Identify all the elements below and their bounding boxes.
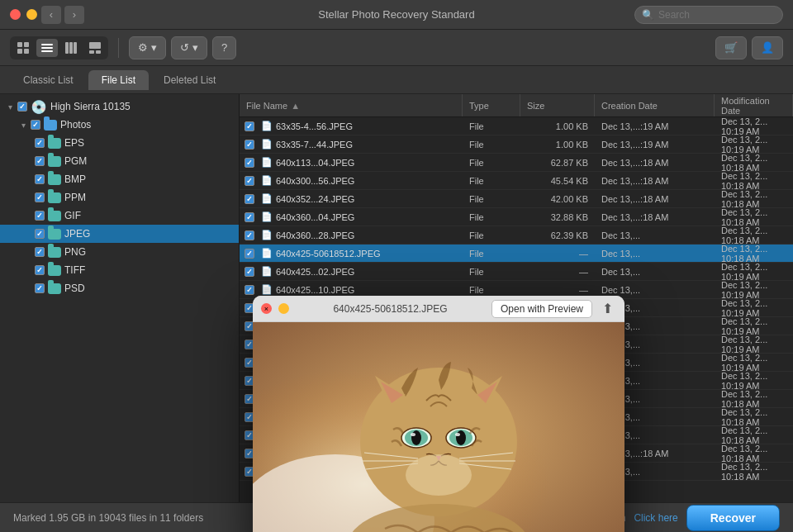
file-name-text: 640x425-50618512.JPEG — [276, 249, 381, 259]
file-modification-cell: Dec 13, 2... 10:18 AM — [715, 244, 793, 264]
sidebar-item-eps[interactable]: ✓ EPS — [0, 134, 239, 152]
search-box[interactable]: 🔍 — [634, 6, 783, 24]
view-list-button[interactable] — [36, 39, 58, 57]
preview-close-button[interactable]: × — [261, 303, 272, 314]
checkbox-photos[interactable]: ✓ — [31, 120, 40, 130]
file-type-cell: File — [463, 267, 520, 277]
preview-filename: 640x425-50618512.JPEG — [296, 303, 485, 315]
checkbox-png[interactable]: ✓ — [35, 247, 45, 257]
checkbox-gif[interactable]: ✓ — [35, 211, 45, 221]
folder-icon-pgm — [48, 156, 61, 167]
row-checkbox-4[interactable]: ✓ — [245, 194, 254, 204]
recover-action-button[interactable]: ↺ ▾ — [171, 36, 207, 59]
checkbox-ppm[interactable]: ✓ — [35, 192, 45, 202]
table-row[interactable]: ✓ 📄 640x300...56.JPEG File 45.54 KB Dec … — [240, 172, 793, 190]
sidebar-item-photos[interactable]: ▾ ✓ Photos — [0, 116, 239, 134]
open-with-preview-button[interactable]: Open with Preview — [491, 300, 592, 318]
sidebar-item-bmp[interactable]: ✓ BMP — [0, 170, 239, 188]
column-header-size[interactable]: Size — [520, 94, 595, 116]
checkbox-tiff[interactable]: ✓ — [35, 265, 45, 275]
settings-button[interactable]: ⚙ ▾ — [129, 36, 166, 59]
sidebar-label-bmp: BMP — [64, 173, 234, 185]
file-name-text: 640x300...56.JPEG — [276, 176, 354, 186]
file-doc-icon: 📄 — [261, 211, 273, 222]
file-type-cell: File — [463, 140, 520, 150]
recover-button[interactable]: Recover — [686, 505, 780, 531]
column-header-creation[interactable]: Creation Date — [595, 94, 715, 116]
view-columns-button[interactable] — [60, 39, 82, 57]
help-button[interactable]: ? — [212, 36, 236, 59]
checkbox-psd[interactable]: ✓ — [35, 283, 45, 293]
folder-icon-photos — [44, 120, 57, 131]
file-modification-cell: Dec 13, 2... 10:18 AM — [715, 425, 793, 445]
column-header-name[interactable]: File Name ▲ — [240, 94, 463, 116]
tab-deleted-list[interactable]: Deleted List — [150, 70, 229, 90]
file-modification-cell: Dec 13, 2... 10:19 AM — [715, 335, 793, 354]
table-row[interactable]: ✓ 📄 640x352...24.JPEG File 42.00 KB Dec … — [240, 190, 793, 208]
sidebar-item-gif[interactable]: ✓ GIF — [0, 207, 239, 225]
table-row[interactable]: ✓ 📄 640x425-50618512.JPEG File — Dec 13,… — [240, 245, 793, 263]
row-checkbox-2[interactable]: ✓ — [245, 158, 254, 168]
toolbar-right: 🔍 — [634, 6, 783, 24]
row-checkbox-1[interactable]: ✓ — [245, 140, 254, 150]
click-here-link[interactable]: Click here — [634, 512, 677, 524]
row-checkbox-6[interactable]: ✓ — [245, 230, 254, 240]
sidebar-item-high-sierra[interactable]: ▾ ✓ 💿 High Sierra 10135 — [0, 97, 239, 116]
sidebar: ▾ ✓ 💿 High Sierra 10135 ▾ ✓ Photos ✓ EPS… — [0, 94, 240, 502]
sidebar-item-tiff[interactable]: ✓ TIFF — [0, 261, 239, 279]
file-doc-icon: 📄 — [261, 266, 273, 277]
checkbox-eps[interactable]: ✓ — [35, 138, 45, 148]
file-creation-cell: Dec 13,...:18 AM — [595, 176, 715, 186]
folder-icon-png — [48, 247, 61, 258]
table-row[interactable]: ✓ 📄 63x35-7...44.JPEG File 1.00 KB Dec 1… — [240, 135, 793, 154]
preview-minimize-button[interactable] — [278, 303, 289, 314]
share-button[interactable]: ⬆ — [599, 301, 616, 316]
file-name-text: 640x425...02.JPEG — [276, 267, 354, 277]
sidebar-item-jpeg[interactable]: ✓ JPEG — [0, 225, 239, 243]
sidebar-item-pgm[interactable]: ✓ PGM — [0, 152, 239, 170]
back-button[interactable]: ‹ — [41, 6, 61, 24]
table-row[interactable]: ✓ 📄 640x113...04.JPEG File 62.87 KB Dec … — [240, 154, 793, 172]
file-creation-cell: Dec 13,... — [595, 285, 715, 295]
sidebar-item-ppm[interactable]: ✓ PPM — [0, 188, 239, 207]
row-checkbox-3[interactable]: ✓ — [245, 176, 254, 186]
view-grid-button[interactable] — [12, 39, 34, 57]
table-row[interactable]: ✓ 📄 640x360...04.JPEG File 32.88 KB Dec … — [240, 208, 793, 226]
close-button[interactable] — [10, 9, 21, 20]
sidebar-item-psd[interactable]: ✓ PSD — [0, 279, 239, 297]
forward-button[interactable]: › — [64, 6, 84, 24]
file-type-cell: File — [463, 230, 520, 240]
tab-classic-list[interactable]: Classic List — [10, 70, 87, 90]
checkbox-high-sierra[interactable]: ✓ — [17, 102, 27, 112]
preview-titlebar: × 640x425-50618512.JPEG Open with Previe… — [253, 296, 624, 322]
file-name-text: 640x360...04.JPEG — [276, 212, 354, 222]
file-name-cell: ✓ 📄 640x352...24.JPEG — [240, 193, 463, 204]
view-cover-button[interactable] — [84, 39, 106, 57]
checkbox-bmp[interactable]: ✓ — [35, 174, 45, 184]
search-input[interactable] — [658, 9, 776, 21]
row-checkbox-9[interactable]: ✓ — [245, 285, 254, 295]
minimize-button[interactable] — [26, 9, 37, 20]
row-checkbox-0[interactable]: ✓ — [245, 121, 254, 131]
checkbox-jpeg[interactable]: ✓ — [35, 229, 45, 239]
folder-icon-bmp — [48, 174, 61, 185]
sidebar-item-png[interactable]: ✓ PNG — [0, 243, 239, 261]
svg-rect-4 — [41, 44, 53, 45]
file-modification-cell: Dec 13, 2... 10:18 AM — [715, 444, 793, 463]
table-row[interactable]: ✓ 📄 640x425...02.JPEG File — Dec 13,... … — [240, 263, 793, 281]
column-header-type[interactable]: Type — [463, 94, 520, 116]
column-header-modification[interactable]: Modification Date — [715, 94, 793, 116]
cart-button[interactable]: 🛒 — [715, 36, 747, 59]
table-row[interactable]: ✓ 📄 63x35-4...56.JPEG File 1.00 KB Dec 1… — [240, 117, 793, 135]
search-icon: 🔍 — [642, 9, 654, 21]
file-size-cell: 45.54 KB — [520, 176, 595, 186]
row-checkbox-7[interactable]: ✓ — [245, 249, 254, 259]
checkbox-pgm[interactable]: ✓ — [35, 156, 45, 166]
profile-button[interactable]: 👤 — [752, 36, 783, 59]
row-checkbox-5[interactable]: ✓ — [245, 212, 254, 222]
file-doc-icon: 📄 — [261, 284, 273, 295]
row-checkbox-8[interactable]: ✓ — [245, 267, 254, 277]
tab-file-list[interactable]: File List — [88, 70, 149, 90]
file-doc-icon: 📄 — [261, 175, 273, 186]
table-row[interactable]: ✓ 📄 640x360...28.JPEG File 62.39 KB Dec … — [240, 226, 793, 245]
